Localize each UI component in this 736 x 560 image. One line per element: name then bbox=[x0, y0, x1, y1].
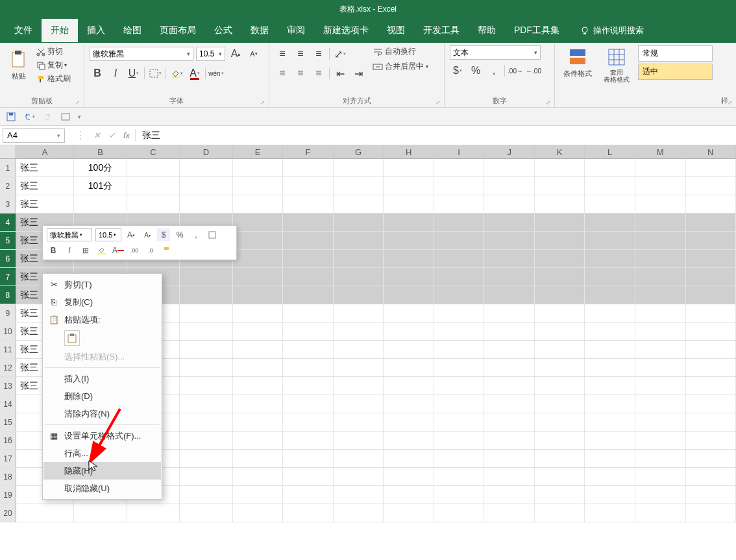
row-header[interactable]: 1 bbox=[0, 159, 16, 177]
cell[interactable] bbox=[686, 504, 736, 522]
cell[interactable] bbox=[585, 213, 635, 231]
cell[interactable] bbox=[635, 413, 686, 431]
col-header-A[interactable]: A bbox=[16, 145, 74, 158]
tab-view[interactable]: 视图 bbox=[378, 19, 414, 42]
cell[interactable] bbox=[484, 323, 535, 340]
menu-insert[interactable]: 插入(I) bbox=[43, 370, 161, 387]
cell[interactable] bbox=[635, 341, 686, 358]
cell[interactable] bbox=[283, 450, 334, 467]
paste-option-button[interactable] bbox=[64, 330, 80, 346]
cell[interactable] bbox=[283, 323, 334, 340]
cell[interactable] bbox=[484, 395, 535, 413]
tab-pdf[interactable]: PDF工具集 bbox=[505, 19, 569, 42]
cell[interactable] bbox=[334, 468, 384, 485]
cell[interactable] bbox=[434, 286, 485, 304]
align-bottom-button[interactable]: ≡ bbox=[311, 47, 326, 61]
cell[interactable] bbox=[686, 359, 736, 376]
cell[interactable] bbox=[686, 177, 736, 195]
cell[interactable] bbox=[686, 413, 736, 431]
name-box[interactable]: A4▾ bbox=[3, 128, 65, 143]
cell[interactable] bbox=[585, 450, 635, 467]
redo-button[interactable] bbox=[42, 111, 53, 123]
cell[interactable] bbox=[334, 232, 384, 249]
cell[interactable] bbox=[434, 177, 485, 195]
cell[interactable] bbox=[384, 377, 434, 395]
cell[interactable] bbox=[585, 195, 635, 213]
cell[interactable] bbox=[686, 341, 736, 358]
menu-format-cells[interactable]: ▦ 设置单元格格式(F)... bbox=[43, 427, 161, 444]
cell[interactable] bbox=[686, 377, 736, 395]
align-left-button[interactable]: ≡ bbox=[275, 66, 290, 80]
cell[interactable] bbox=[434, 377, 485, 395]
col-header-D[interactable]: D bbox=[180, 145, 233, 158]
row-header[interactable]: 11 bbox=[0, 341, 16, 358]
cell[interactable]: 张三 bbox=[16, 195, 74, 213]
cell[interactable] bbox=[283, 268, 334, 286]
cell[interactable] bbox=[334, 213, 384, 231]
row-header[interactable]: 5 bbox=[0, 232, 16, 249]
cell[interactable] bbox=[635, 504, 686, 522]
row-header[interactable]: 3 bbox=[0, 195, 16, 213]
mini-percent[interactable]: % bbox=[173, 228, 186, 241]
cell[interactable] bbox=[686, 286, 736, 304]
cell[interactable] bbox=[686, 250, 736, 267]
cell[interactable] bbox=[635, 468, 686, 485]
cell[interactable] bbox=[384, 486, 434, 504]
mini-font-color[interactable]: A bbox=[112, 244, 125, 257]
cell[interactable] bbox=[233, 304, 284, 322]
cell[interactable] bbox=[334, 486, 384, 504]
menu-cut[interactable]: ✂ 剪切(T) bbox=[43, 276, 161, 293]
cell[interactable] bbox=[127, 159, 180, 177]
align-center-button[interactable]: ≡ bbox=[293, 66, 308, 80]
cell[interactable] bbox=[384, 177, 434, 195]
cell[interactable] bbox=[686, 395, 736, 413]
row-header[interactable]: 15 bbox=[0, 413, 16, 431]
cell[interactable] bbox=[484, 286, 535, 304]
cell[interactable] bbox=[384, 304, 434, 322]
underline-button[interactable]: U bbox=[126, 66, 141, 80]
row-header[interactable]: 2 bbox=[0, 177, 16, 195]
cell[interactable] bbox=[484, 304, 535, 322]
cell[interactable] bbox=[233, 268, 284, 286]
cell[interactable] bbox=[585, 432, 635, 449]
cell[interactable] bbox=[484, 341, 535, 358]
cell[interactable] bbox=[283, 195, 334, 213]
menu-clear[interactable]: 清除内容(N) bbox=[43, 405, 161, 422]
col-header-C[interactable]: C bbox=[127, 145, 180, 158]
cell[interactable] bbox=[180, 395, 233, 413]
cell[interactable] bbox=[434, 268, 485, 286]
cell[interactable] bbox=[535, 323, 585, 340]
cell[interactable] bbox=[233, 504, 284, 522]
cell[interactable] bbox=[635, 195, 686, 213]
cell[interactable] bbox=[434, 468, 485, 485]
cell[interactable] bbox=[384, 268, 434, 286]
cell[interactable] bbox=[283, 468, 334, 485]
cell[interactable] bbox=[434, 413, 485, 431]
cell[interactable] bbox=[535, 468, 585, 485]
cell[interactable] bbox=[283, 159, 334, 177]
col-header-K[interactable]: K bbox=[535, 145, 585, 158]
cell[interactable] bbox=[233, 250, 284, 267]
cell[interactable] bbox=[180, 159, 233, 177]
cell[interactable] bbox=[686, 468, 736, 485]
cell[interactable] bbox=[635, 377, 686, 395]
cell[interactable] bbox=[384, 359, 434, 376]
cell[interactable] bbox=[283, 304, 334, 322]
cell[interactable] bbox=[384, 286, 434, 304]
cell[interactable] bbox=[484, 377, 535, 395]
tab-help[interactable]: 帮助 bbox=[469, 19, 505, 42]
cell[interactable] bbox=[585, 359, 635, 376]
wrap-text-button[interactable]: 自动换行 bbox=[371, 45, 430, 58]
cell[interactable] bbox=[585, 177, 635, 195]
cell[interactable] bbox=[283, 504, 334, 522]
cell[interactable] bbox=[180, 450, 233, 467]
cell[interactable] bbox=[233, 195, 284, 213]
cell[interactable] bbox=[180, 468, 233, 485]
cell[interactable] bbox=[484, 468, 535, 485]
tab-draw[interactable]: 绘图 bbox=[114, 19, 151, 42]
cell[interactable] bbox=[434, 486, 485, 504]
cell[interactable] bbox=[686, 323, 736, 340]
row-header[interactable]: 6 bbox=[0, 250, 16, 267]
fill-color-button[interactable] bbox=[169, 66, 184, 80]
tab-dev[interactable]: 开发工具 bbox=[414, 19, 469, 42]
